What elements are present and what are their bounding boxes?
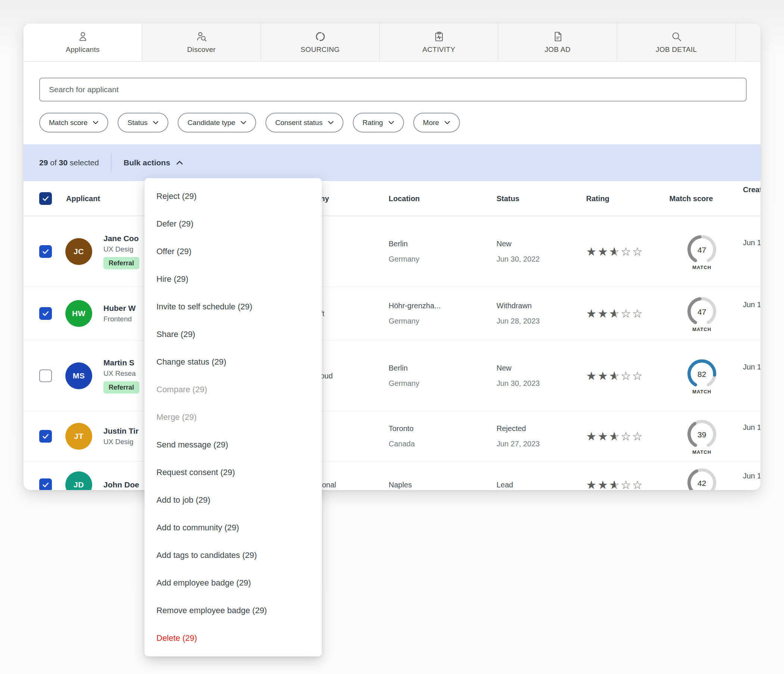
- tab-activity[interactable]: ACTIVITY: [380, 23, 498, 61]
- row-checkbox[interactable]: [39, 245, 52, 258]
- menu-item-request-consent[interactable]: Request consent (29): [145, 459, 322, 486]
- location-country: Germany: [389, 379, 419, 388]
- chevron-down-icon: [153, 121, 159, 125]
- star-icon: ☆★: [609, 430, 621, 443]
- filter-match-score[interactable]: Match score: [39, 113, 108, 132]
- filter-label: Match score: [49, 119, 87, 127]
- location-city: Höhr-grenzha...: [389, 301, 440, 310]
- search-input[interactable]: [39, 78, 747, 101]
- table-header: Applicant ny Location Status Rating Matc…: [23, 181, 761, 216]
- column-applicant: Applicant: [66, 194, 100, 203]
- rating-stars: ★★☆★☆☆: [586, 430, 644, 443]
- avatar: HW: [65, 300, 92, 327]
- star-icon: ★: [598, 307, 609, 320]
- menu-item-add-to-community[interactable]: Add to community (29): [145, 514, 322, 542]
- applicant-title: UX Desig: [103, 245, 139, 253]
- tab-job-ad[interactable]: JOB AD: [498, 23, 617, 61]
- menu-item-add-to-job[interactable]: Add to job (29): [145, 486, 322, 514]
- menu-item-delete[interactable]: Delete (29): [145, 624, 322, 652]
- star-icon: ★: [586, 307, 598, 320]
- applicant-name: Huber W: [103, 304, 135, 313]
- star-icon: ☆: [632, 369, 644, 382]
- avatar: JC: [65, 238, 92, 265]
- of-label: of: [50, 158, 57, 167]
- selected-label: selected: [70, 158, 99, 167]
- menu-item-add-tags[interactable]: Add tags to candidates (29): [145, 542, 322, 569]
- row-checkbox[interactable]: [39, 307, 52, 320]
- menu-item-hire[interactable]: Hire (29): [145, 266, 322, 293]
- chevron-down-icon: [240, 121, 246, 125]
- star-icon: ★: [586, 430, 598, 443]
- selected-count: 29: [39, 158, 48, 167]
- table-row[interactable]: JT Justin Tir UX Desig Toronto Canada Re…: [23, 411, 761, 462]
- status-value: New: [496, 364, 540, 373]
- bulk-actions-label: Bulk actions: [124, 158, 170, 167]
- menu-item-change-status[interactable]: Change status (29): [145, 348, 322, 376]
- location-city: Berlin: [389, 239, 419, 248]
- menu-item-compare: Compare (29): [145, 376, 322, 404]
- star-icon: ☆★: [609, 307, 621, 321]
- table-row[interactable]: JC Jane Coo UX Desig Referral Berlin Ger…: [23, 216, 761, 287]
- location-cell: Toronto Canada: [389, 424, 415, 448]
- menu-item-send-message[interactable]: Send message (29): [145, 431, 322, 459]
- tab-label: ACTIVITY: [423, 45, 456, 54]
- document-icon: [552, 31, 563, 42]
- status-value: Withdrawn: [496, 301, 540, 310]
- row-checkbox[interactable]: [39, 478, 52, 490]
- filter-candidate-type[interactable]: Candidate type: [178, 113, 256, 132]
- status-cell: Withdrawn Jun 28, 2023: [496, 301, 540, 325]
- match-score-value: 47: [681, 307, 722, 317]
- filter-row: Match score Status Candidate type Consen…: [39, 113, 761, 132]
- created-date: Jun 1: [743, 472, 761, 480]
- location-country: Canada: [389, 439, 415, 448]
- location-cell: Naples: [389, 481, 412, 489]
- tab-sourcing[interactable]: SOURCING: [261, 23, 380, 61]
- filter-consent-status[interactable]: Consent status: [266, 113, 344, 132]
- menu-item-reject[interactable]: Reject (29): [145, 183, 322, 210]
- divider: [111, 153, 111, 173]
- applicant-name: Martin S: [103, 358, 139, 367]
- bulk-selection-bar: 29 of 30 selected Bulk actions: [23, 144, 761, 181]
- applicant-title: Frontend: [103, 315, 135, 323]
- filter-status[interactable]: Status: [118, 113, 168, 132]
- tab-applicants[interactable]: Applicants: [23, 23, 142, 61]
- column-status: Status: [496, 194, 519, 203]
- star-icon: ★: [598, 245, 609, 258]
- menu-item-share[interactable]: Share (29): [145, 321, 322, 348]
- status-cell: New Jun 30, 2022: [496, 239, 540, 264]
- menu-item-invite-self-schedule[interactable]: Invite to self schedule (29): [145, 293, 322, 321]
- location-cell: Berlin Germany: [389, 239, 419, 264]
- search-section: [23, 62, 761, 101]
- star-icon: ☆: [621, 369, 632, 382]
- star-icon: ☆: [632, 478, 644, 491]
- status-date: Jun 30, 2023: [496, 379, 540, 388]
- chevron-down-icon: [328, 121, 334, 125]
- filter-more[interactable]: More: [413, 113, 460, 132]
- menu-item-add-employee-badge[interactable]: Add employee badge (29): [145, 569, 322, 597]
- row-checkbox[interactable]: [39, 430, 52, 443]
- header-checkbox[interactable]: [39, 192, 52, 205]
- total-count: 30: [59, 158, 68, 167]
- star-icon: ☆★: [609, 244, 621, 258]
- menu-item-defer[interactable]: Defer (29): [145, 210, 322, 238]
- match-label: MATCH: [681, 388, 722, 394]
- tab-discover[interactable]: Discover: [142, 23, 261, 61]
- star-icon: ☆: [621, 478, 632, 491]
- status-value: Lead: [496, 481, 513, 489]
- star-icon: ☆: [632, 307, 644, 320]
- column-created: Creat: [743, 185, 761, 194]
- row-checkbox[interactable]: [39, 370, 52, 382]
- check-icon: [42, 481, 50, 489]
- table-row[interactable]: JD John Doe ional Naples Lead ★★☆★☆☆ 42 …: [23, 462, 761, 490]
- menu-item-remove-employee-badge[interactable]: Remove employee badge (29): [145, 597, 322, 624]
- menu-item-offer[interactable]: Offer (29): [145, 238, 322, 266]
- filter-rating[interactable]: Rating: [353, 113, 404, 132]
- star-icon: ☆: [621, 245, 632, 258]
- star-icon: ★: [586, 245, 598, 258]
- table-row[interactable]: HW Huber W Frontend ft Höhr-grenzha... G…: [23, 287, 761, 340]
- cycle-icon: [315, 31, 326, 42]
- table-row[interactable]: MS Martin S UX Resea Referral oud Berlin…: [23, 340, 761, 411]
- tab-job-detail[interactable]: JOB DETAIL: [617, 23, 736, 61]
- bulk-actions-button[interactable]: Bulk actions: [124, 158, 183, 167]
- match-label: MATCH: [681, 326, 722, 332]
